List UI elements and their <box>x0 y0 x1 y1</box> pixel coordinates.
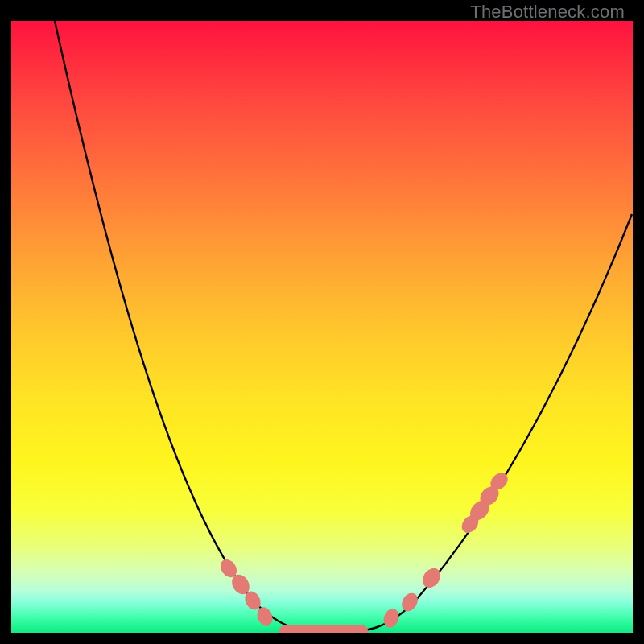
chart-frame: TheBottleneck.com <box>11 0 633 633</box>
watermark-text: TheBottleneck.com <box>470 2 625 23</box>
plot-area <box>11 21 633 633</box>
gradient-background <box>11 21 633 633</box>
